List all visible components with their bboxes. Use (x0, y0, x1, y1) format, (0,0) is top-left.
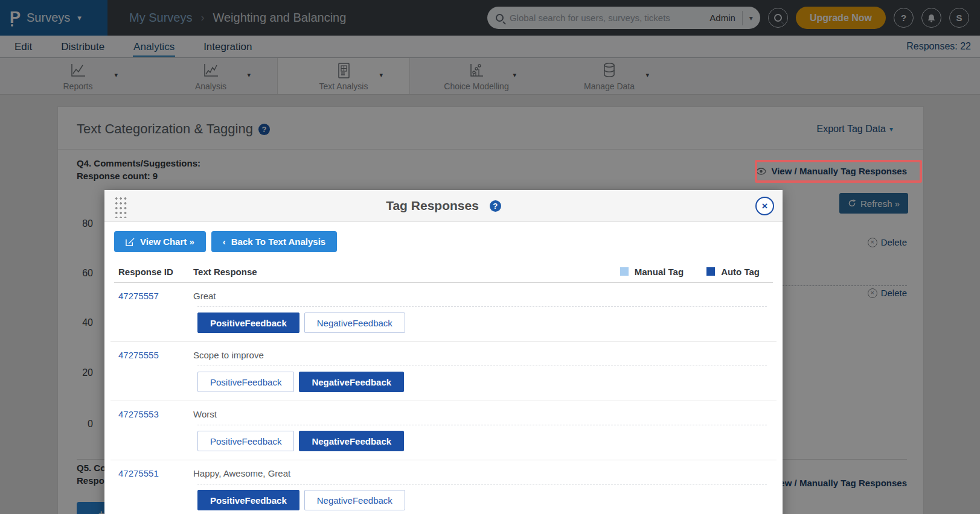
response-row: 47275551 Happy, Awesome, Great PositiveF… (110, 460, 777, 514)
column-response-id: Response ID (114, 267, 193, 277)
tag-button-negative-feedback[interactable]: NegativeFeedback (304, 490, 405, 510)
chevron-left-icon: ‹ (223, 236, 226, 247)
divider (197, 484, 767, 484)
modal-actions: View Chart » ‹ Back To Text Analysis (104, 222, 783, 261)
response-id-link[interactable]: 47275551 (114, 468, 193, 478)
response-id-link[interactable]: 47275555 (114, 350, 193, 360)
modal-title: Tag Responses (386, 198, 479, 213)
auto-tag-label: Auto Tag (721, 267, 760, 277)
drag-handle-icon[interactable] (114, 195, 127, 218)
response-text: Happy, Awesome, Great (193, 468, 290, 478)
response-id-link[interactable]: 47275553 (114, 409, 193, 419)
auto-tag-swatch (706, 267, 715, 276)
back-to-text-analysis-button[interactable]: ‹ Back To Text Analysis (211, 231, 337, 252)
manual-tag-swatch (620, 267, 629, 276)
divider (197, 366, 767, 366)
app-window: P Surveys ▾ My Surveys › Weighting and B… (0, 0, 980, 514)
modal-header: Tag Responses ? × (104, 190, 783, 222)
tag-button-negative-feedback[interactable]: NegativeFeedback (299, 431, 404, 451)
tag-legend: Manual Tag Auto Tag (620, 267, 773, 277)
response-text: Great (193, 291, 216, 301)
close-icon[interactable]: × (755, 197, 774, 215)
response-text: Scope to improve (193, 350, 264, 360)
view-chart-button[interactable]: View Chart » (114, 231, 206, 252)
divider (197, 306, 767, 307)
back-to-text-analysis-label: Back To Text Analysis (231, 236, 325, 247)
edit-icon (126, 237, 135, 246)
response-row: 47275557 Great PositiveFeedback Negative… (110, 283, 777, 342)
tag-button-positive-feedback[interactable]: PositiveFeedback (197, 490, 299, 510)
help-icon[interactable]: ? (490, 200, 501, 212)
tag-button-negative-feedback[interactable]: NegativeFeedback (304, 313, 405, 333)
divider (197, 425, 767, 425)
response-row: 47275555 Scope to improve PositiveFeedba… (110, 342, 777, 401)
tag-button-positive-feedback[interactable]: PositiveFeedback (197, 313, 299, 333)
manual-tag-label: Manual Tag (635, 267, 684, 277)
tag-responses-modal: Tag Responses ? × View Chart » ‹ Back To… (104, 190, 783, 514)
response-text: Worst (193, 409, 217, 419)
column-text-response: Text Response (193, 267, 257, 277)
response-row: 47275553 Worst PositiveFeedback Negative… (110, 401, 777, 460)
tag-button-negative-feedback[interactable]: NegativeFeedback (299, 372, 404, 392)
responses-table-header: Response ID Text Response Manual Tag Aut… (114, 261, 773, 283)
tag-button-positive-feedback[interactable]: PositiveFeedback (197, 372, 294, 392)
response-id-link[interactable]: 47275557 (114, 291, 193, 301)
view-chart-label: View Chart » (140, 236, 194, 247)
tag-button-positive-feedback[interactable]: PositiveFeedback (197, 431, 294, 451)
